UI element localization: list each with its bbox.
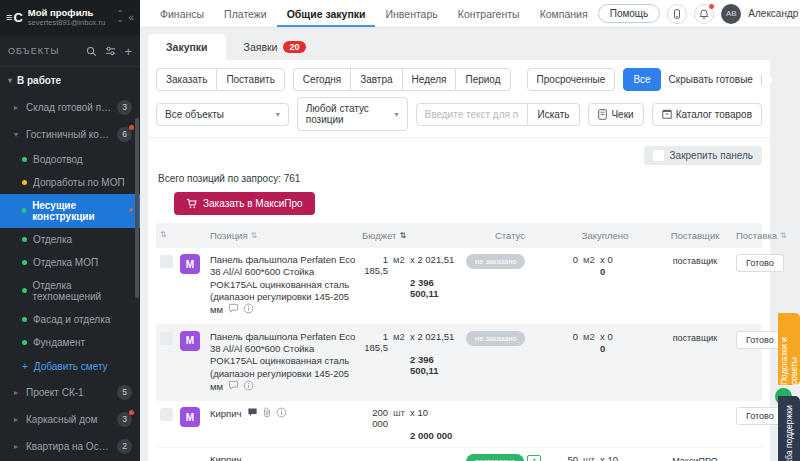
status-badge[interactable]: поставлено <box>466 454 524 461</box>
sidebar-collapse-icon[interactable]: « <box>128 12 134 23</box>
add-estimate-link[interactable]: +Добавить смету <box>0 354 140 379</box>
hide-ready-label: Скрывать готовые <box>669 74 753 85</box>
tips-vertical-tab[interactable]: Подсказки и советы <box>778 313 800 385</box>
checks-button[interactable]: Чеки <box>588 103 643 126</box>
search-icon[interactable] <box>86 46 97 57</box>
notifications-button[interactable] <box>694 4 714 24</box>
count-badge: 2 <box>117 439 132 454</box>
sidebar-item-estimate[interactable]: Фасад и отделка <box>0 308 140 331</box>
search-input[interactable] <box>416 103 528 126</box>
period-group: Сегодня Завтра Неделя Период <box>293 68 511 91</box>
col-supplier: Поставщик <box>656 230 734 241</box>
cart-icon <box>186 198 197 209</box>
ready-button[interactable]: Готово <box>736 254 784 272</box>
info-icon[interactable] <box>276 407 287 421</box>
tab-requests[interactable]: Заявки 20 <box>226 34 324 60</box>
receipt-count-badge[interactable]: 1 <box>527 455 541 461</box>
comment-icon[interactable] <box>228 303 239 317</box>
tomorrow-button[interactable]: Завтра <box>350 68 401 91</box>
estimate-label: Отделка МОП <box>33 257 98 268</box>
topnav-item[interactable]: Контрагенты <box>448 1 530 27</box>
top-navigation: ФинансыПлатежиОбщие закупкиИнвентарьКонт… <box>140 0 800 28</box>
week-button[interactable]: Неделя <box>402 68 456 91</box>
receipt-icon <box>598 109 607 120</box>
maxipro-label: Заказать в МаксиПро <box>203 198 303 209</box>
today-button[interactable]: Сегодня <box>293 68 350 91</box>
topnav-item[interactable]: Инвентарь <box>375 1 447 27</box>
sidebar-item-estimate[interactable]: Допработы по МОП <box>0 171 140 194</box>
sidebar-item-estimate[interactable]: Отделка МОП <box>0 251 140 274</box>
main-area: ФинансыПлатежиОбщие закупкиИнвентарьКонт… <box>140 0 800 461</box>
sidebar-item-object[interactable]: ▸Каркасный дом3 <box>0 406 140 433</box>
plus-icon: + <box>22 361 28 372</box>
row-checkbox[interactable] <box>160 255 173 268</box>
chevron-right-icon: ▸ <box>14 388 21 397</box>
info-icon[interactable] <box>243 303 254 317</box>
catalog-label: Каталог товаров <box>676 109 752 120</box>
count-badge: 3 <box>117 100 132 115</box>
col-budget[interactable]: Бюджет⇅ <box>362 230 464 241</box>
sidebar-item-estimate[interactable]: Фундамент <box>0 331 140 354</box>
sidebar-item-object[interactable]: ▸Квартира на Остоженке2 <box>0 433 140 460</box>
profile-updown-icon[interactable]: ⌃⌄ <box>117 11 124 24</box>
comment-filled-icon[interactable] <box>247 407 258 421</box>
sidebar-group-in-work[interactable]: ▾ В работе <box>0 67 140 94</box>
sidebar-item-estimate[interactable]: Несущие конструкции* <box>0 194 140 228</box>
sidebar-item-estimate[interactable]: Отделка <box>0 228 140 251</box>
sidebar-item-estimate[interactable]: Водоотвод <box>0 148 140 171</box>
status-badge[interactable]: не заказано <box>466 254 525 269</box>
topnav-item[interactable]: Общие закупки <box>277 1 376 27</box>
support-vertical-tab[interactable]: Служба поддержки <box>778 396 800 461</box>
maxipro-order-button[interactable]: Заказать в МаксиПро <box>174 192 315 215</box>
all-filter-button[interactable]: Все <box>623 68 660 91</box>
sort-icon: ⇅ <box>780 231 787 240</box>
topnav-item[interactable]: Платежи <box>214 1 277 27</box>
phone-button[interactable] <box>667 4 687 24</box>
col-position[interactable]: Позиция⇅ <box>210 230 360 241</box>
app-logo-icon[interactable]: ≡C <box>6 10 23 25</box>
row-checkbox[interactable] <box>160 408 173 421</box>
topnav-item[interactable]: Компания <box>530 1 598 27</box>
catalog-button[interactable]: Каталог товаров <box>652 103 762 126</box>
period-button[interactable]: Период <box>455 68 510 91</box>
help-button[interactable]: Помощь <box>598 4 661 23</box>
objects-section-header: ОБЪЕКТЫ + <box>0 35 140 67</box>
profile-email: severtest891@inbox.ru <box>28 19 112 28</box>
ready-button[interactable]: Готово <box>736 407 784 425</box>
col-delivery[interactable]: Поставка⇅ <box>736 230 786 241</box>
add-object-icon[interactable]: + <box>124 44 132 59</box>
avatar[interactable]: АВ <box>721 4 741 24</box>
hide-ready-toggle[interactable] <box>761 74 762 86</box>
pin-panel-button[interactable]: Закрепить панель <box>644 146 762 165</box>
row-checkbox[interactable] <box>160 332 173 345</box>
sidebar-item-object[interactable]: ▾Гостиничный комплекс6 <box>0 121 140 148</box>
topnav-item[interactable]: Финансы <box>150 1 214 27</box>
paperclip-icon[interactable] <box>262 407 272 421</box>
ready-button[interactable]: Готово <box>736 331 784 349</box>
sidebar-item-object[interactable]: ▸Склад готовой продукции, пгт3 <box>0 94 140 121</box>
col-select[interactable]: ⇅ <box>160 230 178 239</box>
chevron-right-icon: ▸ <box>14 415 21 424</box>
sidebar-scrollbar[interactable] <box>135 118 139 298</box>
chevron-down-icon: ▾ <box>8 76 12 85</box>
deliver-button[interactable]: Поставить <box>216 68 284 91</box>
filter-sliders-icon[interactable] <box>105 46 116 57</box>
tab-purchases[interactable]: Закупки <box>148 34 226 60</box>
status-select[interactable]: Любой статус позиции▾ <box>297 97 408 131</box>
order-button[interactable]: Заказать <box>156 68 216 91</box>
sidebar-item-object[interactable]: ▸Проект СК-15 <box>0 379 140 406</box>
sidebar-item-estimate[interactable]: Отделка техпомещений <box>0 274 140 308</box>
status-select-value: Любой статус позиции <box>306 103 385 125</box>
info-icon[interactable] <box>243 380 254 394</box>
status-badge[interactable]: не заказано <box>466 331 525 346</box>
search-button[interactable]: Искать <box>528 103 581 126</box>
comment-icon[interactable] <box>228 380 239 394</box>
position-name: Кирпич <box>210 408 242 419</box>
pin-checkbox <box>653 150 664 161</box>
overdue-button[interactable]: Просроченные <box>527 68 616 91</box>
profile-switcher[interactable]: Мой профиль severtest891@inbox.ru <box>28 7 112 28</box>
objects-select[interactable]: Все объекты▾ <box>156 103 289 126</box>
summary-line: Всего позиций по запросу: 761 <box>156 169 762 188</box>
requests-count-badge: 20 <box>283 41 305 53</box>
tabs-row: Закупки Заявки 20 <box>140 28 800 60</box>
